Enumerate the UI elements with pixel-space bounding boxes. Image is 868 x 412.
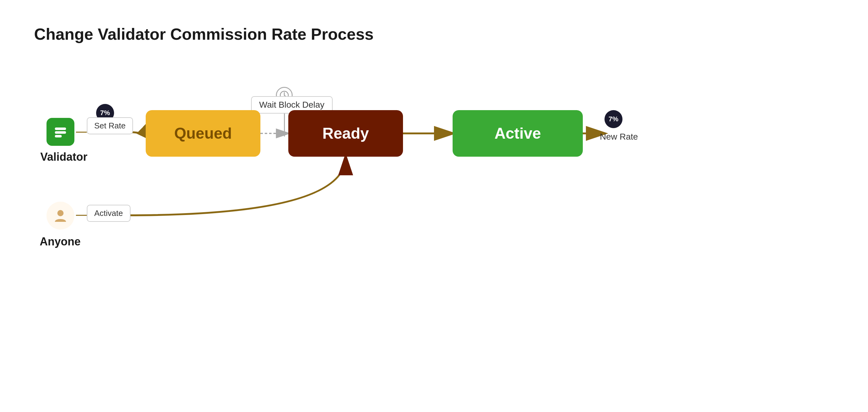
process-diagram: Validator 7% Set Rate Wait Block Delay Q… [25,81,843,298]
ready-label: Ready [322,124,369,142]
page-title: Change Validator Commission Rate Process [34,25,374,43]
anyone-icon [46,202,74,230]
validator-label: Validator [40,150,87,164]
activate-box: Activate [87,205,130,222]
ready-state-box: Ready [288,110,403,157]
queued-label: Queued [174,124,232,142]
svg-point-11 [57,210,64,216]
validator-icon [46,118,74,146]
svg-rect-5 [55,127,66,130]
svg-rect-6 [55,131,66,134]
active-label: Active [494,124,541,142]
anyone-label: Anyone [40,235,81,248]
queued-state-box: Queued [146,110,260,157]
svg-rect-7 [55,135,62,138]
new-rate-label: New Rate [600,132,638,142]
active-state-box: Active [453,110,583,157]
new-rate-badge: 7% [604,110,622,128]
set-rate-box: Set Rate [87,117,133,134]
